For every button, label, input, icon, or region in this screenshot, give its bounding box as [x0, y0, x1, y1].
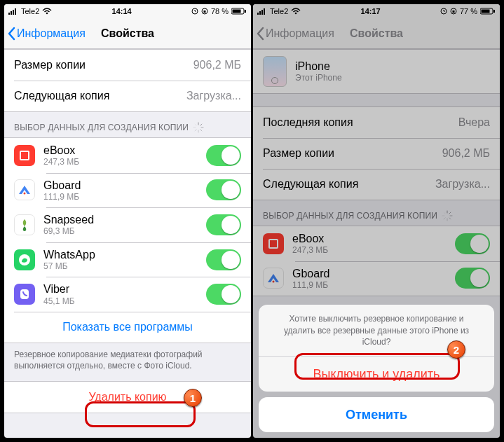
back-button[interactable]: Информация: [4, 27, 86, 41]
action-sheet: Хотите выключить резервное копирование и…: [259, 305, 494, 432]
app-row: Gboard111,9 МБ: [4, 173, 251, 208]
clock: 14:14: [112, 7, 132, 15]
app-row: Viber45,1 МБ: [4, 277, 251, 312]
row-label: Размер копии: [14, 59, 86, 71]
summary-group: Размер копии 906,2 МБ Следующая копия За…: [4, 49, 251, 112]
svg-rect-9: [232, 10, 240, 13]
svg-rect-2: [13, 10, 14, 15]
svg-line-14: [200, 130, 202, 131]
app-row: Snapseed69,3 МБ: [4, 207, 251, 242]
svg-point-4: [46, 13, 48, 15]
show-all-label: Показать все программы: [62, 321, 193, 333]
app-row: WhatsApp57 МБ: [4, 242, 251, 277]
status-bar: Tele2 14:14 78 %: [4, 4, 251, 18]
svg-point-21: [24, 193, 26, 195]
svg-line-16: [195, 130, 196, 131]
alarm-icon: [191, 8, 198, 15]
row-value: Загрузка...: [186, 90, 241, 102]
app-name: Gboard: [43, 179, 81, 192]
app-row: eBoox247,3 МБ: [4, 138, 251, 173]
nav-bar: Информация Свойства: [4, 18, 251, 49]
app-icon: [14, 179, 35, 200]
app-icon: [14, 145, 35, 166]
next-backup-row: Следующая копия Загрузка...: [4, 81, 251, 111]
backup-size-row: Размер копии 906,2 МБ: [4, 50, 251, 81]
svg-rect-10: [245, 10, 246, 13]
spinner-icon: [193, 122, 204, 133]
app-toggle[interactable]: [206, 284, 241, 305]
battery-icon: [231, 8, 247, 15]
svg-rect-20: [21, 152, 28, 159]
apps-group-header: ВЫБОР ДАННЫХ ДЛЯ СОЗДАНИЯ КОПИИ: [4, 112, 251, 137]
apps-group-title: ВЫБОР ДАННЫХ ДЛЯ СОЗДАНИЯ КОПИИ: [14, 123, 189, 132]
disable-and-delete-button[interactable]: Выключить и удалить: [259, 357, 494, 392]
svg-rect-1: [11, 11, 12, 15]
back-label: Информация: [17, 27, 86, 40]
app-icon: [14, 214, 35, 235]
delete-group: Удалить копию: [4, 381, 251, 413]
app-name: eBoox: [43, 144, 79, 157]
app-size: 111,9 МБ: [43, 192, 81, 202]
app-icon: [14, 249, 35, 270]
app-toggle[interactable]: [206, 145, 241, 166]
phone-right: Tele2 14:17 77 % Информация Свойства iPh…: [253, 4, 500, 438]
row-value: 906,2 МБ: [193, 59, 241, 71]
show-all-apps-button[interactable]: Показать все программы: [4, 312, 251, 343]
action-sheet-message: Хотите выключить резервное копирование и…: [259, 305, 494, 357]
svg-rect-3: [15, 8, 16, 15]
battery-percent: 78 %: [211, 7, 229, 15]
app-toggle[interactable]: [206, 179, 241, 200]
delete-backup-button[interactable]: Удалить копию: [4, 382, 251, 413]
signal-icon: [8, 8, 18, 15]
app-name: Snapseed: [43, 213, 94, 226]
app-size: 57 МБ: [43, 261, 95, 271]
delete-backup-label: Удалить копию: [88, 391, 166, 403]
app-size: 69,3 МБ: [43, 226, 94, 236]
row-label: Следующая копия: [14, 90, 109, 102]
carrier-label: Tele2: [21, 7, 39, 15]
app-name: WhatsApp: [43, 248, 95, 261]
apps-group: eBoox247,3 МБGboard111,9 МБSnapseed69,3 …: [4, 137, 251, 343]
app-size: 45,1 МБ: [43, 296, 75, 306]
app-icon: [14, 284, 35, 305]
app-toggle[interactable]: [206, 214, 241, 235]
wifi-icon: [42, 8, 52, 15]
app-toggle[interactable]: [206, 249, 241, 270]
cancel-button[interactable]: Отменить: [259, 397, 494, 432]
app-size: 247,3 МБ: [43, 157, 79, 167]
svg-rect-7: [203, 11, 205, 13]
chevron-left-icon: [7, 27, 15, 41]
svg-line-12: [200, 124, 202, 125]
rotation-lock-icon: [201, 8, 208, 15]
svg-line-18: [195, 124, 196, 125]
phone-left: Tele2 14:14 78 % Информация Свойства Раз…: [4, 4, 251, 438]
photos-footer-note: Резервное копирование медиатеки фотограф…: [4, 343, 251, 381]
svg-rect-0: [8, 13, 10, 15]
app-name: Viber: [43, 282, 75, 296]
